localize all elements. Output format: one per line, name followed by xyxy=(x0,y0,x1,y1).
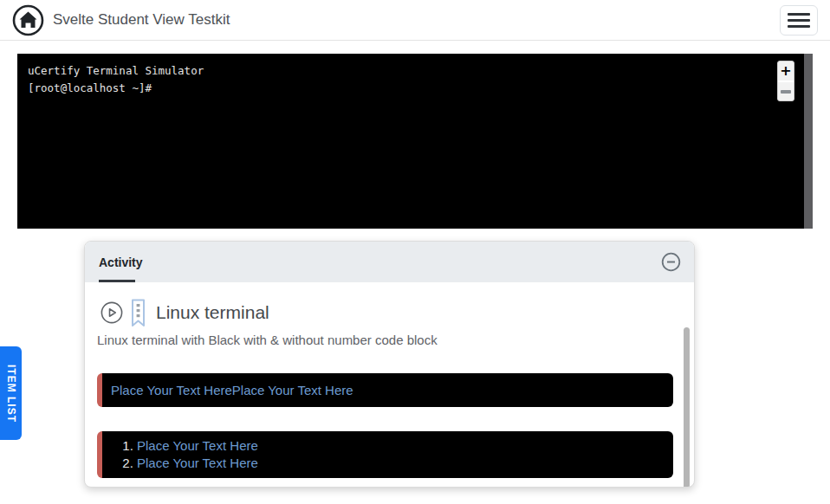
activity-subtitle: Linux terminal with Black with & without… xyxy=(97,331,673,350)
activity-card-body: Linux terminal Linux terminal with Black… xyxy=(85,282,694,488)
home-button[interactable] xyxy=(12,4,44,36)
item-list-tab[interactable]: ITEM LIST xyxy=(0,346,22,440)
app-header: Svelte Student View Testkit xyxy=(0,0,830,41)
list-item-link[interactable]: Place Your Text Here xyxy=(137,456,258,470)
code-block-plain: Place Your Text HerePlace Your Text Here xyxy=(97,373,673,407)
numbered-list: Place Your Text Here Place Your Text Her… xyxy=(111,437,665,472)
hamburger-icon xyxy=(788,13,810,16)
card-body-scrollbar[interactable] xyxy=(684,327,690,488)
terminal-panel[interactable]: uCertify Terminal Simulator [root@localh… xyxy=(17,54,813,229)
activity-header-title: Activity xyxy=(99,255,143,269)
activity-title: Linux terminal xyxy=(156,302,269,323)
activity-card: Activity Li xyxy=(84,241,695,488)
terminal-prompt-line: [root@localhost ~]# xyxy=(28,80,792,97)
terminal-zoom-in-button[interactable]: + xyxy=(778,61,794,81)
hamburger-menu-button[interactable] xyxy=(780,5,818,36)
list-item-link[interactable]: Place Your Text Here xyxy=(137,438,258,453)
app-root: Svelte Student View Testkit uCertify Ter… xyxy=(0,0,830,504)
terminal-title-line: uCertify Terminal Simulator xyxy=(28,62,792,80)
list-item: Place Your Text Here xyxy=(137,437,665,455)
activity-title-row: Linux terminal xyxy=(97,298,673,327)
item-list-tab-label: ITEM LIST xyxy=(5,365,17,423)
app-title: Svelte Student View Testkit xyxy=(53,11,230,29)
bookmark-icon[interactable] xyxy=(131,299,146,327)
home-icon xyxy=(12,4,44,36)
zoom-out-minus-icon xyxy=(781,90,791,94)
minus-circle-icon xyxy=(661,252,681,272)
terminal-zoom-widget: + xyxy=(777,61,794,101)
activity-card-header: Activity xyxy=(85,242,694,282)
play-icon[interactable] xyxy=(101,301,123,324)
collapse-activity-button[interactable] xyxy=(659,251,682,274)
code-block-link[interactable]: Place Your Text HerePlace Your Text Here xyxy=(111,383,353,397)
terminal-scrollbar[interactable] xyxy=(804,54,813,229)
terminal-zoom-out-button[interactable] xyxy=(778,82,794,100)
code-block-numbered: Place Your Text Here Place Your Text Her… xyxy=(97,431,673,478)
list-item: Place Your Text Here xyxy=(137,455,665,472)
